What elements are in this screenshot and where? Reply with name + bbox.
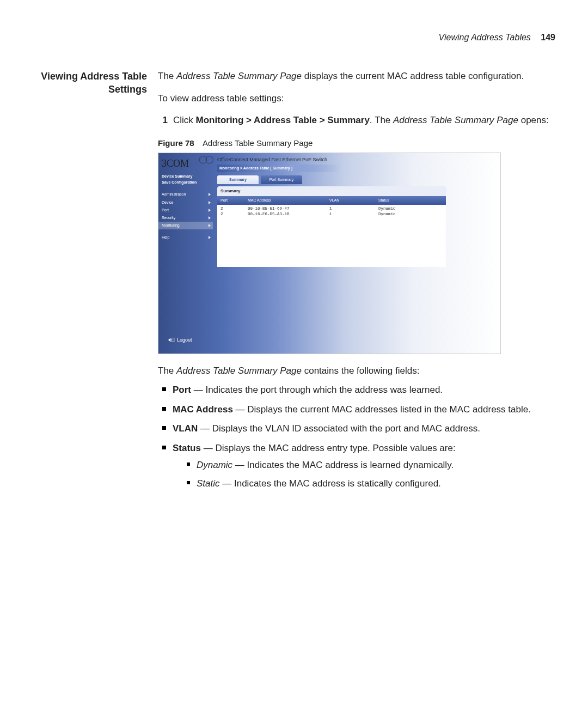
status-static: Static — Indicates the MAC address is st… — [187, 477, 456, 491]
header-title: Viewing Address Tables — [439, 33, 531, 42]
brand-text: 3COM — [162, 158, 189, 169]
chevron-right-icon — [209, 201, 211, 204]
field-mac-address: MAC Address — Displays the current MAC a… — [162, 403, 555, 417]
field-desc: — Displays the VLAN ID associated with t… — [198, 423, 480, 434]
col-port: Port — [220, 198, 248, 203]
tab-bar: Summary Port Summary — [217, 175, 496, 184]
col-status: Status — [378, 198, 444, 203]
value-name: Dynamic — [197, 460, 232, 470]
menu-device[interactable]: Device — [158, 199, 213, 206]
value-desc: — Indicates the MAC address is learned d… — [232, 460, 454, 470]
step-1: 1 Click Monitoring > Address Table > Sum… — [158, 114, 555, 127]
pf-page-name: Address Table Summary Page — [176, 366, 302, 376]
step-after-path: . The — [370, 115, 393, 125]
pf-suffix: contains the following fields: — [302, 366, 419, 376]
figure-caption: Figure 78 Address Table Summary Page — [158, 137, 555, 149]
post-figure-lead: The Address Table Summary Page contains … — [158, 364, 555, 378]
field-name: MAC Address — [173, 404, 233, 415]
figure-screenshot: ◯◯ 3COM Device Summary Save Configuratio… — [158, 153, 501, 354]
logo-swoosh-icon: ◯◯ — [199, 154, 212, 165]
table-row: 2 00-10-B5-51-69-F7 1 Dynamic — [217, 206, 446, 212]
cell-vlan: 1 — [329, 211, 378, 217]
cell-port: 2 — [220, 206, 248, 212]
table-body: 2 00-10-B5-51-69-F7 1 Dynamic 2 00-16-E6… — [217, 205, 446, 267]
lead-in: To view address table settings: — [158, 92, 555, 106]
pf-prefix: The — [158, 366, 176, 376]
intro-page-name: Address Table Summary Page — [176, 71, 302, 81]
field-list: Port — Indicates the port through which … — [162, 383, 555, 495]
field-vlan: VLAN — Displays the VLAN ID associated w… — [162, 422, 555, 436]
table-row: 2 00-16-E6-D5-A3-1B 1 Dynamic — [217, 211, 446, 217]
link-device-summary[interactable]: Device Summary — [162, 174, 210, 179]
menu-help[interactable]: Help — [158, 234, 213, 241]
sidebar-quick-links: Device Summary Save Configuration — [158, 174, 213, 186]
brand-logo: ◯◯ 3COM — [158, 156, 213, 174]
menu-security[interactable]: Security — [158, 214, 213, 222]
square-bullet-icon — [187, 481, 190, 484]
field-desc: — Indicates the port through which the a… — [191, 385, 443, 395]
table-header: Port MAC Address VLAN Status — [217, 196, 446, 205]
field-port: Port — Indicates the port through which … — [162, 383, 555, 397]
panel-title: Summary — [217, 186, 446, 196]
square-bullet-icon — [162, 387, 166, 391]
status-dynamic: Dynamic — Indicates the MAC address is l… — [187, 458, 456, 472]
status-values-list: Dynamic — Indicates the MAC address is l… — [187, 458, 456, 490]
product-title: OfficeConnect Managed Fast Ethernet PoE … — [217, 156, 496, 163]
menu-label: Administration — [162, 192, 186, 197]
field-status: Status — Displays the MAC address entry … — [162, 441, 555, 495]
step-page-name: Address Table Summary Page — [393, 115, 518, 125]
ss-sidebar: ◯◯ 3COM Device Summary Save Configuratio… — [158, 153, 213, 354]
step-path: Monitoring > Address Table > Summary — [196, 115, 370, 125]
tab-port-summary[interactable]: Port Summary — [261, 175, 302, 184]
ss-main: OfficeConnect Managed Fast Ethernet PoE … — [213, 153, 500, 354]
square-bullet-icon — [162, 407, 166, 411]
breadcrumb: Monitoring > Address Table [ Summary ] — [217, 165, 341, 172]
link-save-configuration[interactable]: Save Configuration — [162, 180, 210, 185]
page-number: 149 — [541, 33, 555, 42]
cell-status: Dynamic — [378, 211, 444, 217]
figure-label: Figure 78 — [158, 138, 194, 148]
menu-monitoring[interactable]: Monitoring — [158, 222, 213, 229]
cell-vlan: 1 — [329, 206, 378, 212]
intro-suffix: displays the current MAC address table c… — [302, 71, 524, 81]
menu-label: Monitoring — [162, 223, 180, 228]
menu-label: Security — [162, 215, 175, 221]
cell-status: Dynamic — [378, 206, 444, 212]
chevron-right-icon — [209, 193, 211, 196]
chevron-right-icon — [209, 209, 211, 212]
menu-label: Port — [162, 208, 169, 213]
chevron-right-icon — [209, 216, 211, 220]
square-bullet-icon — [162, 446, 166, 449]
col-mac: MAC Address — [248, 198, 329, 203]
menu-label: Help — [162, 235, 169, 240]
field-name: Port — [173, 385, 191, 395]
col-vlan: VLAN — [329, 198, 378, 203]
step-number: 1 — [158, 114, 168, 127]
menu-port[interactable]: Port — [158, 206, 213, 214]
summary-panel: Summary Port MAC Address VLAN Status 2 0… — [217, 186, 446, 267]
sidebar-menu: Administration Device Port Security Moni — [158, 191, 213, 241]
logout-button[interactable]: Logout — [158, 337, 213, 350]
running-header: Viewing Address Tables 149 — [33, 33, 555, 42]
intro-paragraph: The Address Table Summary Page displays … — [158, 70, 555, 83]
chevron-right-icon — [209, 224, 211, 227]
step-opens: opens: — [518, 115, 549, 125]
section-heading: Viewing Address Table Settings — [33, 70, 147, 500]
menu-label: Device — [162, 200, 173, 205]
intro-prefix: The — [158, 71, 176, 81]
square-bullet-icon — [162, 426, 166, 430]
field-desc: — Displays the MAC address entry type. P… — [201, 443, 456, 453]
figure-title: Address Table Summary Page — [203, 138, 313, 148]
cell-mac: 00-10-B5-51-69-F7 — [248, 206, 329, 212]
value-name: Static — [197, 478, 220, 489]
field-desc: — Displays the current MAC addresses lis… — [233, 404, 531, 415]
value-desc: — Indicates the MAC address is staticall… — [220, 478, 441, 489]
chevron-right-icon — [209, 236, 211, 239]
logout-label: Logout — [177, 337, 192, 344]
square-bullet-icon — [187, 462, 190, 466]
step-click: Click — [173, 115, 196, 125]
tab-summary[interactable]: Summary — [217, 175, 259, 184]
logout-icon — [168, 337, 175, 343]
cell-mac: 00-16-E6-D5-A3-1B — [248, 211, 329, 217]
menu-administration[interactable]: Administration — [158, 191, 213, 198]
